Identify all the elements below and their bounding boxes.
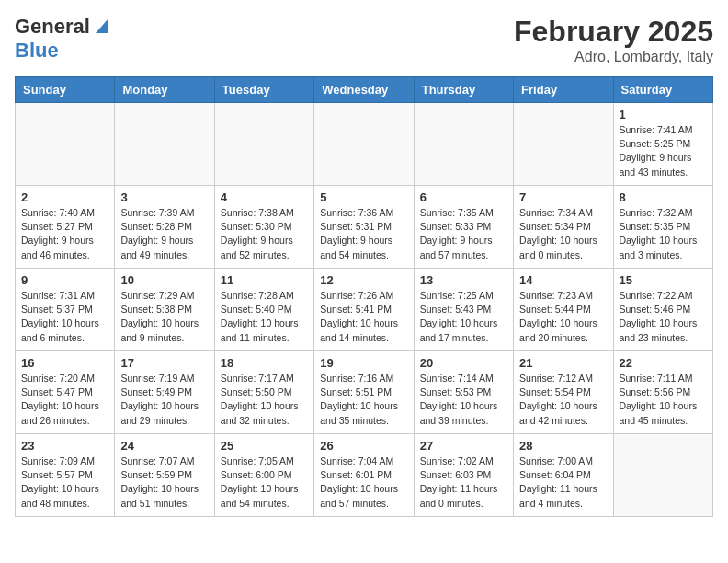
day-detail: Sunrise: 7:39 AM Sunset: 5:28 PM Dayligh… — [120, 206, 208, 262]
calendar-day-cell — [414, 103, 513, 186]
calendar-day-cell: 5Sunrise: 7:36 AM Sunset: 5:31 PM Daylig… — [314, 186, 414, 269]
calendar-day-cell: 26Sunrise: 7:04 AM Sunset: 6:01 PM Dayli… — [314, 434, 414, 517]
day-detail: Sunrise: 7:26 AM Sunset: 5:41 PM Dayligh… — [320, 289, 407, 345]
calendar-day-cell: 15Sunrise: 7:22 AM Sunset: 5:46 PM Dayli… — [613, 269, 712, 351]
calendar-day-cell: 3Sunrise: 7:39 AM Sunset: 5:28 PM Daylig… — [115, 186, 214, 269]
calendar-day-cell: 17Sunrise: 7:19 AM Sunset: 5:49 PM Dayli… — [115, 351, 214, 434]
day-detail: Sunrise: 7:05 AM Sunset: 6:00 PM Dayligh… — [221, 454, 308, 511]
page-header: General Blue February 2025 Adro, Lombard… — [15, 15, 713, 65]
day-detail: Sunrise: 7:25 AM Sunset: 5:43 PM Dayligh… — [420, 289, 507, 345]
day-number: 8 — [620, 190, 707, 204]
weekday-header: Friday — [514, 77, 613, 103]
weekday-header: Wednesday — [314, 77, 414, 103]
day-number: 25 — [221, 439, 308, 453]
day-detail: Sunrise: 7:16 AM Sunset: 5:51 PM Dayligh… — [320, 372, 407, 428]
calendar-title-block: February 2025 Adro, Lombardy, Italy — [514, 15, 713, 65]
calendar-day-cell: 13Sunrise: 7:25 AM Sunset: 5:43 PM Dayli… — [414, 269, 513, 351]
day-detail: Sunrise: 7:35 AM Sunset: 5:33 PM Dayligh… — [420, 206, 507, 262]
day-detail: Sunrise: 7:14 AM Sunset: 5:53 PM Dayligh… — [420, 372, 507, 428]
day-number: 9 — [21, 273, 108, 287]
day-detail: Sunrise: 7:29 AM Sunset: 5:38 PM Dayligh… — [120, 289, 208, 345]
logo: General Blue — [15, 15, 108, 63]
svg-marker-0 — [96, 18, 108, 33]
day-number: 13 — [420, 273, 507, 287]
calendar-day-cell — [613, 434, 712, 517]
calendar-week-row: 9Sunrise: 7:31 AM Sunset: 5:37 PM Daylig… — [16, 269, 713, 351]
calendar-week-row: 16Sunrise: 7:20 AM Sunset: 5:47 PM Dayli… — [16, 351, 713, 434]
calendar-day-cell: 19Sunrise: 7:16 AM Sunset: 5:51 PM Dayli… — [314, 351, 414, 434]
day-number: 18 — [221, 356, 308, 370]
day-number: 28 — [519, 439, 607, 453]
calendar-day-cell — [214, 103, 313, 186]
calendar-table: SundayMondayTuesdayWednesdayThursdayFrid… — [15, 76, 713, 517]
calendar-day-cell: 14Sunrise: 7:23 AM Sunset: 5:44 PM Dayli… — [514, 269, 613, 351]
calendar-day-cell — [514, 103, 613, 186]
day-detail: Sunrise: 7:02 AM Sunset: 6:03 PM Dayligh… — [420, 454, 507, 511]
day-number: 16 — [21, 356, 108, 370]
calendar-day-cell: 4Sunrise: 7:38 AM Sunset: 5:30 PM Daylig… — [214, 186, 313, 269]
day-number: 21 — [519, 356, 607, 370]
calendar-day-cell — [16, 103, 115, 186]
day-detail: Sunrise: 7:19 AM Sunset: 5:49 PM Dayligh… — [120, 372, 208, 428]
day-number: 7 — [519, 190, 607, 204]
day-number: 17 — [120, 356, 208, 370]
calendar-week-row: 23Sunrise: 7:09 AM Sunset: 5:57 PM Dayli… — [16, 434, 713, 517]
calendar-day-cell: 16Sunrise: 7:20 AM Sunset: 5:47 PM Dayli… — [16, 351, 115, 434]
day-number: 20 — [420, 356, 507, 370]
calendar-subtitle: Adro, Lombardy, Italy — [514, 49, 713, 65]
day-number: 6 — [420, 190, 507, 204]
day-number: 15 — [620, 273, 707, 287]
day-detail: Sunrise: 7:32 AM Sunset: 5:35 PM Dayligh… — [620, 206, 707, 262]
day-detail: Sunrise: 7:12 AM Sunset: 5:54 PM Dayligh… — [519, 372, 607, 428]
day-number: 19 — [320, 356, 407, 370]
calendar-day-cell: 9Sunrise: 7:31 AM Sunset: 5:37 PM Daylig… — [16, 269, 115, 351]
weekday-header: Thursday — [414, 77, 513, 103]
calendar-day-cell: 6Sunrise: 7:35 AM Sunset: 5:33 PM Daylig… — [414, 186, 513, 269]
day-detail: Sunrise: 7:40 AM Sunset: 5:27 PM Dayligh… — [21, 206, 108, 262]
day-number: 4 — [221, 190, 308, 204]
calendar-day-cell: 24Sunrise: 7:07 AM Sunset: 5:59 PM Dayli… — [115, 434, 214, 517]
calendar-day-cell: 10Sunrise: 7:29 AM Sunset: 5:38 PM Dayli… — [115, 269, 214, 351]
day-detail: Sunrise: 7:07 AM Sunset: 5:59 PM Dayligh… — [120, 454, 208, 511]
logo-blue-text: Blue — [15, 39, 59, 62]
calendar-week-row: 2Sunrise: 7:40 AM Sunset: 5:27 PM Daylig… — [16, 186, 713, 269]
day-detail: Sunrise: 7:36 AM Sunset: 5:31 PM Dayligh… — [320, 206, 407, 262]
calendar-day-cell: 20Sunrise: 7:14 AM Sunset: 5:53 PM Dayli… — [414, 351, 513, 434]
day-number: 22 — [620, 356, 707, 370]
calendar-day-cell: 8Sunrise: 7:32 AM Sunset: 5:35 PM Daylig… — [613, 186, 712, 269]
day-number: 26 — [320, 439, 407, 453]
weekday-header: Monday — [115, 77, 214, 103]
day-number: 23 — [21, 439, 108, 453]
day-detail: Sunrise: 7:20 AM Sunset: 5:47 PM Dayligh… — [21, 372, 108, 428]
weekday-header: Sunday — [16, 77, 115, 103]
calendar-day-cell: 18Sunrise: 7:17 AM Sunset: 5:50 PM Dayli… — [214, 351, 313, 434]
calendar-day-cell: 27Sunrise: 7:02 AM Sunset: 6:03 PM Dayli… — [414, 434, 513, 517]
day-number: 11 — [221, 273, 308, 287]
calendar-day-cell: 2Sunrise: 7:40 AM Sunset: 5:27 PM Daylig… — [16, 186, 115, 269]
weekday-header-row: SundayMondayTuesdayWednesdayThursdayFrid… — [16, 77, 713, 103]
day-number: 5 — [320, 190, 407, 204]
day-number: 10 — [120, 273, 208, 287]
weekday-header: Tuesday — [214, 77, 313, 103]
day-detail: Sunrise: 7:11 AM Sunset: 5:56 PM Dayligh… — [620, 372, 707, 428]
day-detail: Sunrise: 7:17 AM Sunset: 5:50 PM Dayligh… — [221, 372, 308, 428]
day-number: 12 — [320, 273, 407, 287]
calendar-day-cell: 1Sunrise: 7:41 AM Sunset: 5:25 PM Daylig… — [613, 103, 712, 186]
day-detail: Sunrise: 7:04 AM Sunset: 6:01 PM Dayligh… — [320, 454, 407, 511]
day-detail: Sunrise: 7:38 AM Sunset: 5:30 PM Dayligh… — [221, 206, 308, 262]
calendar-title: February 2025 — [514, 15, 713, 49]
calendar-day-cell — [314, 103, 414, 186]
calendar-day-cell: 11Sunrise: 7:28 AM Sunset: 5:40 PM Dayli… — [214, 269, 313, 351]
day-detail: Sunrise: 7:22 AM Sunset: 5:46 PM Dayligh… — [620, 289, 707, 345]
calendar-day-cell — [115, 103, 214, 186]
logo-triangle-icon — [92, 17, 108, 37]
day-detail: Sunrise: 7:23 AM Sunset: 5:44 PM Dayligh… — [519, 289, 607, 345]
day-number: 24 — [120, 439, 208, 453]
day-detail: Sunrise: 7:41 AM Sunset: 5:25 PM Dayligh… — [620, 123, 707, 179]
calendar-day-cell: 12Sunrise: 7:26 AM Sunset: 5:41 PM Dayli… — [314, 269, 414, 351]
calendar-day-cell: 22Sunrise: 7:11 AM Sunset: 5:56 PM Dayli… — [613, 351, 712, 434]
calendar-week-row: 1Sunrise: 7:41 AM Sunset: 5:25 PM Daylig… — [16, 103, 713, 186]
day-number: 27 — [420, 439, 507, 453]
calendar-day-cell: 7Sunrise: 7:34 AM Sunset: 5:34 PM Daylig… — [514, 186, 613, 269]
day-number: 1 — [620, 108, 707, 121]
